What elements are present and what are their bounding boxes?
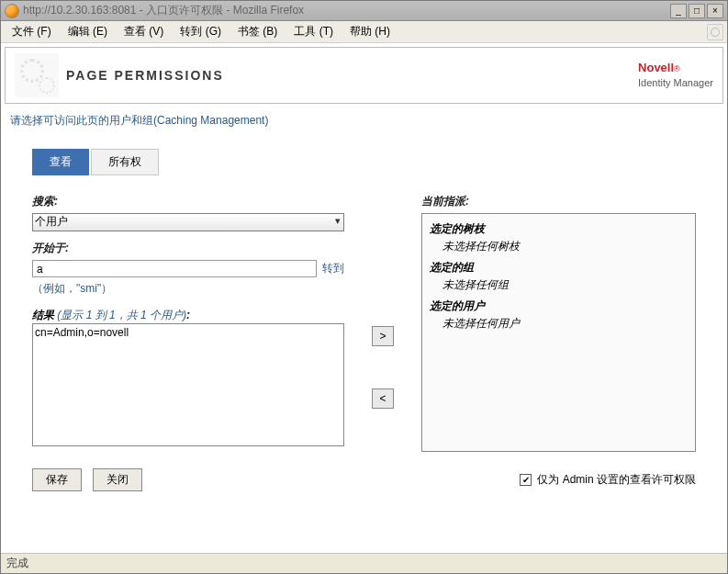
results-listbox[interactable]: cn=Admin,o=novell — [32, 323, 344, 446]
starts-with-input[interactable] — [32, 260, 317, 277]
menu-go[interactable]: 转到 (G) — [173, 22, 229, 41]
save-button[interactable]: 保存 — [32, 468, 82, 491]
admin-only-label: 仅为 Admin 设置的查看许可权限 — [537, 472, 696, 488]
gears-icon — [15, 53, 59, 97]
close-window-button[interactable]: × — [707, 4, 723, 18]
status-bar: 完成 — [1, 553, 727, 573]
search-type-select[interactable]: 个用户 — [32, 213, 344, 231]
search-label: 搜索: — [32, 194, 344, 209]
brand-sub: Identity Manager — [638, 77, 713, 88]
brand-name: Novell — [638, 61, 674, 74]
tab-view[interactable]: 查看 — [32, 149, 89, 175]
selected-containers-none: 未选择任何树枝 — [430, 239, 688, 254]
page-header: PAGE PERMISSIONS Novell® Identity Manage… — [5, 47, 723, 104]
add-button[interactable]: > — [372, 326, 394, 346]
results-label: 结果 (显示 1 到 1，共 1 个用户): — [32, 308, 344, 323]
tabs: 查看 所有权 — [32, 149, 727, 175]
starts-with-label: 开始于: — [32, 241, 344, 256]
go-link[interactable]: 转到 — [322, 261, 344, 276]
brand-reg: ® — [674, 64, 680, 73]
browser-menubar: 文件 (F) 编辑 (E) 查看 (V) 转到 (G) 书签 (B) 工具 (T… — [1, 21, 727, 43]
menu-bookmarks[interactable]: 书签 (B) — [230, 22, 285, 41]
assignments-box[interactable]: 选定的树枝 未选择任何树枝 选定的组 未选择任何组 选定的用户 未选择任何用户 — [421, 213, 696, 452]
page-title: PAGE PERMISSIONS — [66, 68, 224, 83]
instruction-text: 请选择可访问此页的用户和组(Caching Management) — [1, 107, 727, 129]
close-button[interactable]: 关闭 — [93, 468, 142, 491]
admin-only-checkbox[interactable]: ✔ — [520, 474, 532, 486]
selected-groups-none: 未选择任何组 — [430, 277, 688, 293]
minimize-button[interactable]: _ — [670, 4, 687, 18]
throbber-icon — [707, 24, 723, 40]
window-titlebar: http://10.2.30.163:8081 - 入口页许可权限 - Mozi… — [1, 1, 727, 21]
assignments-label: 当前指派: — [421, 194, 696, 209]
selected-containers-header: 选定的树枝 — [430, 221, 688, 237]
selected-users-none: 未选择任何用户 — [430, 316, 688, 332]
brand-block: Novell® Identity Manager — [638, 61, 713, 90]
tab-owner[interactable]: 所有权 — [91, 149, 159, 175]
selected-users-header: 选定的用户 — [430, 298, 688, 314]
window-title: http://10.2.30.163:8081 - 入口页许可权限 - Mozi… — [23, 3, 670, 18]
list-item[interactable]: cn=Admin,o=novell — [35, 326, 342, 339]
menu-view[interactable]: 查看 (V) — [117, 22, 171, 41]
maximize-button[interactable]: □ — [689, 4, 705, 18]
menu-tools[interactable]: 工具 (T) — [286, 22, 341, 41]
firefox-icon — [5, 4, 19, 18]
selected-groups-header: 选定的组 — [430, 260, 688, 276]
menu-help[interactable]: 帮助 (H) — [342, 22, 398, 41]
menu-file[interactable]: 文件 (F) — [5, 22, 59, 41]
example-hint: （例如，"smi"） — [32, 281, 344, 297]
remove-button[interactable]: < — [372, 388, 394, 409]
menu-edit[interactable]: 编辑 (E) — [61, 22, 115, 41]
